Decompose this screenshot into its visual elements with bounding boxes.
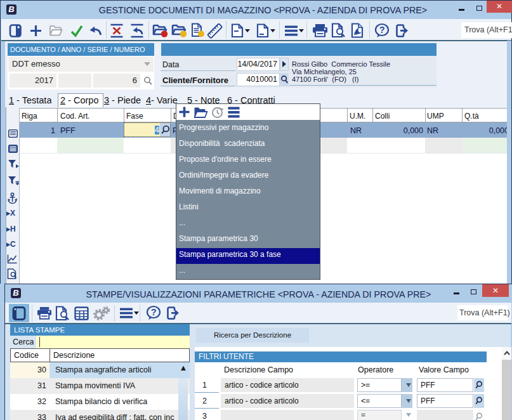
svg-text:?: ? xyxy=(379,25,385,35)
svg-text:?: ? xyxy=(151,307,157,317)
